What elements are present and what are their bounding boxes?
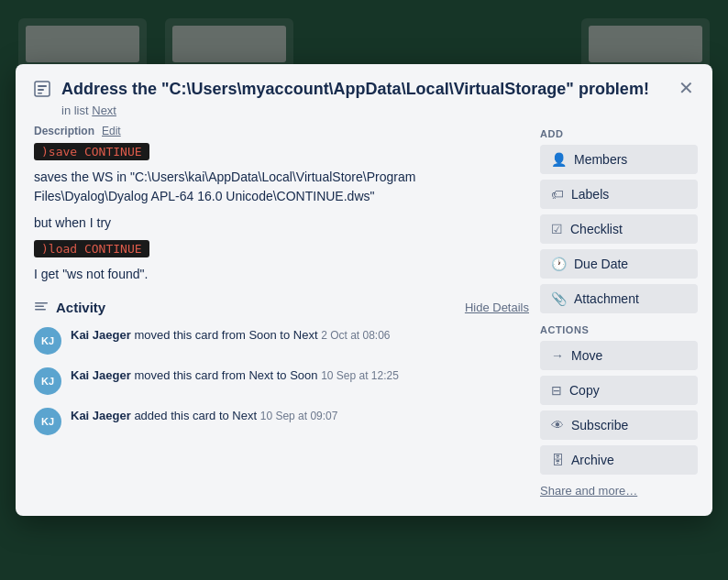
activity-time: 2 Oct at 08:06 (321, 329, 390, 342)
attachment-label: Attachment (574, 291, 639, 306)
actions-section-title: Actions (540, 324, 698, 335)
subscribe-icon: 👁 (551, 418, 564, 432)
add-members-button[interactable]: 👤Members (540, 145, 698, 174)
svg-rect-2 (38, 89, 44, 91)
due-date-icon: 🕐 (551, 257, 567, 271)
activity-item: KJ Kai Jaeger moved this card from Soon … (34, 327, 529, 355)
activity-action: moved this card from Next to Soon (134, 368, 321, 382)
modal-sidebar: Add 👤Members🏷Labels☑Checklist🕐Due Date📎A… (536, 125, 701, 501)
add-section-title: Add (540, 128, 698, 139)
activity-list: KJ Kai Jaeger moved this card from Soon … (34, 327, 529, 435)
labels-icon: 🏷 (551, 187, 564, 202)
activity-section: Activity Hide Details KJ Kai Jaeger move… (34, 299, 529, 435)
activity-time: 10 Sep at 12:25 (321, 369, 399, 382)
activity-text: Kai Jaeger added this card to Next 10 Se… (71, 408, 529, 424)
modal-title-area: Address the "C:\Users\myaccount\AppData\… (61, 79, 694, 117)
activity-header: Activity Hide Details (34, 299, 529, 316)
activity-author: Kai Jaeger (71, 409, 131, 422)
avatar: KJ (34, 408, 61, 435)
description-section: Description Edit )save CONTINUE saves th… (34, 125, 529, 284)
svg-rect-1 (38, 85, 47, 87)
add-attachment-button[interactable]: 📎Attachment (540, 284, 698, 313)
modal-overlay: Address the "C:\Users\myaccount\AppData\… (0, 0, 728, 580)
svg-rect-4 (35, 302, 48, 304)
activity-icon (34, 299, 49, 316)
action-subscribe-button[interactable]: 👁Subscribe (540, 410, 698, 440)
add-due-date-button[interactable]: 🕐Due Date (540, 249, 698, 279)
description-para2: but when I try (34, 213, 529, 233)
share-more-button[interactable]: Share and more… (540, 480, 637, 501)
add-buttons: 👤Members🏷Labels☑Checklist🕐Due Date📎Attac… (540, 145, 698, 313)
list-link[interactable]: Next (92, 104, 116, 117)
avatar: KJ (34, 327, 61, 355)
activity-action: added this card to Next (134, 409, 259, 422)
modal-header: Address the "C:\Users\myaccount\AppData\… (16, 64, 712, 125)
modal-body: Description Edit )save CONTINUE saves th… (16, 125, 712, 516)
copy-icon: ⊟ (551, 383, 562, 398)
action-buttons: →Move⊟Copy👁Subscribe🗄Archive (540, 341, 698, 475)
activity-item: KJ Kai Jaeger added this card to Next 10… (34, 408, 529, 435)
activity-text: Kai Jaeger moved this card from Next to … (71, 367, 529, 384)
edit-description-link[interactable]: Edit (102, 125, 121, 137)
modal-subtitle: in list Next (61, 104, 694, 117)
code-block-2: )load CONTINUE (34, 240, 149, 257)
subtitle-prefix: in list (61, 104, 89, 117)
archive-icon: 🗄 (551, 453, 564, 467)
members-label: Members (574, 152, 627, 167)
add-checklist-button[interactable]: ☑Checklist (540, 214, 698, 244)
action-move-button[interactable]: →Move (540, 341, 698, 370)
activity-author: Kai Jaeger (71, 368, 131, 382)
add-labels-button[interactable]: 🏷Labels (540, 180, 698, 209)
hide-details-button[interactable]: Hide Details (465, 301, 529, 314)
activity-author: Kai Jaeger (71, 328, 131, 342)
archive-label: Archive (571, 453, 614, 467)
action-archive-button[interactable]: 🗄Archive (540, 445, 698, 475)
copy-label: Copy (569, 383, 600, 398)
avatar: KJ (34, 367, 61, 395)
labels-label: Labels (571, 187, 609, 202)
activity-action: moved this card from Soon to Next (134, 328, 321, 342)
description-para1: saves the WS in "C:\Users\kai\AppData\Lo… (34, 168, 529, 206)
move-icon: → (551, 348, 564, 363)
members-icon: 👤 (551, 152, 567, 167)
activity-time: 10 Sep at 09:07 (260, 410, 338, 422)
svg-rect-3 (38, 93, 42, 94)
code-block-1: )save CONTINUE (34, 143, 149, 160)
activity-item: KJ Kai Jaeger moved this card from Next … (34, 367, 529, 395)
card-icon (34, 81, 50, 100)
svg-rect-5 (35, 306, 44, 308)
modal-title: Address the "C:\Users\myaccount\AppData\… (61, 79, 694, 100)
checklist-label: Checklist (570, 222, 623, 236)
activity-text: Kai Jaeger moved this card from Soon to … (71, 327, 529, 344)
svg-rect-6 (35, 309, 46, 311)
description-label: Description Edit (34, 125, 529, 137)
action-copy-button[interactable]: ⊟Copy (540, 376, 698, 405)
subscribe-label: Subscribe (571, 418, 628, 432)
modal-main: Description Edit )save CONTINUE saves th… (27, 125, 536, 501)
attachment-icon: 📎 (551, 291, 567, 306)
description-para3: I get "ws not found". (34, 265, 529, 284)
actions-section: Actions →Move⊟Copy👁Subscribe🗄Archive Sha… (540, 324, 698, 501)
checklist-icon: ☑ (551, 222, 563, 236)
move-label: Move (571, 348, 602, 363)
activity-title: Activity (34, 299, 105, 316)
card-modal: Address the "C:\Users\myaccount\AppData\… (16, 64, 712, 516)
due-date-label: Due Date (574, 257, 628, 271)
close-button[interactable]: ✕ (671, 75, 701, 101)
